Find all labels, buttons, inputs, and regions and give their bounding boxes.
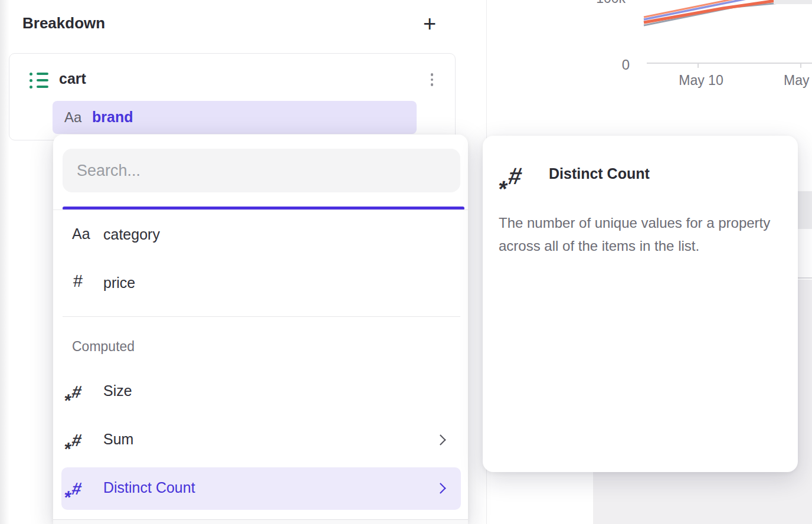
x-axis-tick	[698, 63, 699, 68]
breakdown-section-title: Breakdown	[22, 14, 105, 32]
subproperty-label: brand	[92, 109, 133, 126]
dropdown-footer	[53, 520, 468, 524]
x-axis-line	[647, 63, 812, 64]
computed-number-icon: #*	[72, 431, 99, 450]
tabs-bottom-border	[53, 209, 468, 210]
top-edge-strip	[774, 0, 812, 4]
dropdown-divider	[63, 316, 460, 317]
text-type-icon: Aa	[72, 225, 99, 243]
left-edge-shade	[0, 0, 9, 524]
dropdown-item-size[interactable]: #* Size	[61, 373, 461, 411]
breakdown-property-name: cart	[59, 70, 86, 87]
search-input[interactable]	[63, 149, 460, 192]
kebab-menu-icon[interactable]	[425, 71, 438, 89]
dropdown-item-price[interactable]: # price	[61, 265, 461, 303]
breakdown-card-header[interactable]: cart	[9, 54, 455, 91]
property-description-tooltip: #* Distinct Count The number of unique v…	[483, 136, 798, 472]
x-axis-label-may1: May 1	[784, 73, 812, 89]
dropdown-item-label: Distinct Count	[103, 479, 195, 496]
number-type-icon: #	[73, 271, 100, 291]
dropdown-item-label: Sum	[103, 431, 133, 448]
computed-section-label: Computed	[72, 339, 135, 355]
computed-number-icon: #*	[72, 479, 99, 499]
text-type-icon: Aa	[64, 109, 81, 126]
dropdown-item-label: category	[103, 226, 160, 243]
chevron-right-icon	[435, 434, 446, 445]
property-select-dropdown: Aa category # price Computed #* Size #* …	[53, 135, 468, 524]
line-chart	[487, 0, 812, 41]
x-axis-tick	[800, 63, 801, 68]
dropdown-item-label: Size	[103, 382, 132, 399]
list-property-icon	[30, 73, 50, 90]
y-axis-label-0: 0	[605, 57, 630, 73]
dropdown-item-distinct-count[interactable]: #* Distinct Count	[61, 467, 461, 510]
tooltip-description: The number of unique values for a proper…	[499, 211, 783, 257]
tooltip-title: Distinct Count	[549, 165, 650, 182]
breakdown-card: cart Aa brand	[9, 53, 456, 140]
y-axis-label-100k: 100k	[596, 0, 626, 6]
computed-number-icon: #*	[509, 163, 522, 189]
dropdown-item-sum[interactable]: #* Sum	[61, 421, 461, 459]
selected-subproperty-chip[interactable]: Aa brand	[53, 101, 417, 134]
dropdown-item-label: price	[103, 274, 135, 292]
add-breakdown-button[interactable]: +	[417, 11, 443, 37]
app-screen: 100k 0 May 10 May 1 Breakdown + cart Aa …	[0, 0, 812, 524]
computed-number-icon: #*	[72, 382, 99, 402]
x-axis-label-may10: May 10	[669, 73, 734, 89]
dropdown-item-category[interactable]: Aa category	[61, 217, 461, 254]
chevron-right-icon	[435, 483, 446, 493]
